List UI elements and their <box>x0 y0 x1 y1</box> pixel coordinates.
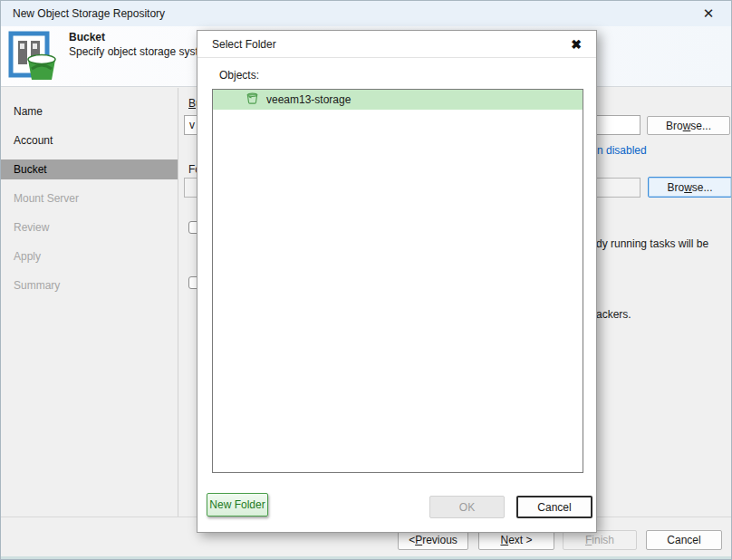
select-folder-titlebar: Select Folder <box>197 31 596 58</box>
tasks-text-fragment: dy running tasks will be <box>596 237 708 250</box>
wizard-cancel-button[interactable]: Cancel <box>646 530 722 550</box>
list-item-label: veeam13-storage <box>266 93 351 106</box>
next-button[interactable]: Next > <box>478 530 554 550</box>
dialog-cancel-button[interactable]: Cancel <box>516 496 592 518</box>
bucket-icon <box>246 92 259 108</box>
folder-browse-button[interactable]: Browse... <box>648 177 732 198</box>
new-object-storage-repository-window: New Object Storage Repository ✕ Bucket S… <box>0 0 732 560</box>
sidebar-item-name[interactable]: Name <box>1 97 178 126</box>
window-titlebar: New Object Storage Repository <box>1 1 731 26</box>
select-folder-title: Select Folder <box>212 38 276 51</box>
step-title: Bucket <box>69 31 105 43</box>
new-folder-button[interactable]: New Folder <box>207 493 268 517</box>
select-folder-close-icon[interactable]: ✖ <box>567 36 585 53</box>
object-storage-repository-icon <box>8 31 57 84</box>
attackers-text-fragment: ackers. <box>596 308 631 321</box>
wizard-steps-sidebar: Name Account Bucket Mount Server Review … <box>1 88 178 517</box>
bucket-browse-button[interactable]: Browse... <box>647 116 730 135</box>
sidebar-item-summary: Summary <box>1 271 178 300</box>
window-close-icon[interactable]: ✕ <box>698 5 718 23</box>
sidebar-item-account[interactable]: Account <box>1 126 178 155</box>
step-subtitle: Specify object storage system <box>69 45 213 58</box>
previous-button[interactable]: < Previous <box>398 530 468 550</box>
sidebar-item-apply: Apply <box>1 242 178 271</box>
window-title: New Object Storage Repository <box>13 7 165 20</box>
ok-button[interactable]: OK <box>429 496 505 518</box>
objects-label: Objects: <box>219 69 259 82</box>
window-bottom-edge <box>1 556 731 560</box>
sidebar-item-bucket[interactable]: Bucket <box>1 159 178 179</box>
versioning-link-fragment[interactable]: n disabled <box>597 144 647 157</box>
objects-list: veeam13-storage <box>212 89 583 473</box>
list-item-bucket[interactable]: veeam13-storage <box>213 90 583 110</box>
finish-button[interactable]: Finish <box>563 530 637 550</box>
select-folder-dialog: Select Folder ✖ Objects: veeam13-storage… <box>197 30 597 533</box>
sidebar-item-review: Review <box>1 213 178 242</box>
sidebar-item-mount-server: Mount Server <box>1 184 178 213</box>
